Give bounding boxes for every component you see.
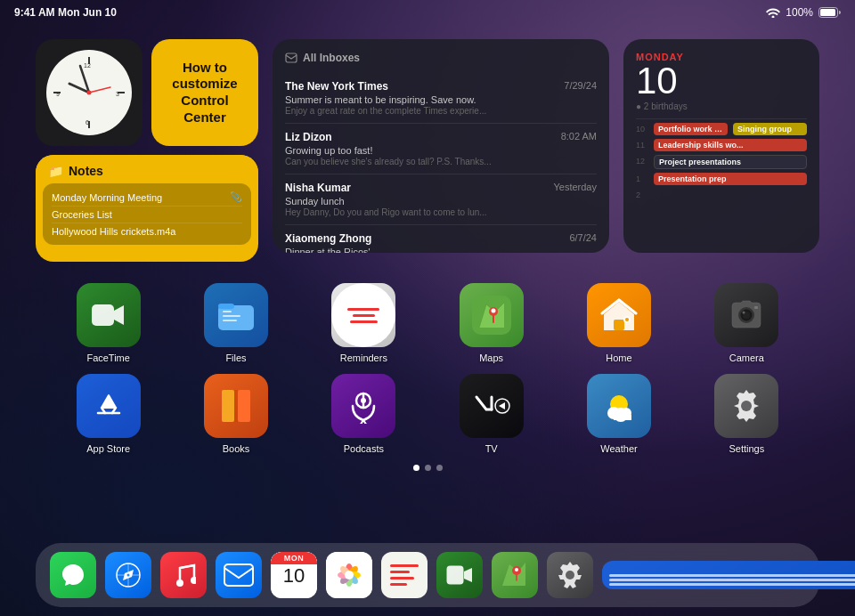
svg-point-58 [191, 577, 196, 584]
files-icon [204, 283, 268, 347]
facetime-label: FaceTime [86, 353, 130, 363]
reminders-icon [331, 283, 395, 347]
dock-music[interactable] [160, 552, 207, 598]
app-home[interactable]: Home [555, 283, 682, 363]
svg-point-15 [87, 91, 92, 95]
app-facetime[interactable]: FaceTime [45, 283, 172, 363]
cal-birthday: ● 2 birthdays [636, 101, 807, 111]
podcasts-label: Podcasts [344, 443, 384, 454]
mail-date-3: Yesterday [553, 182, 597, 194]
svg-text:3: 3 [116, 91, 119, 97]
dock: MON 10 [36, 543, 819, 607]
control-center-widget[interactable]: How to customize Control Center [151, 39, 258, 146]
app-files[interactable]: Files [172, 283, 299, 363]
cal-event-row-1: 1 Presentation prep [636, 173, 807, 185]
tv-icon [460, 374, 524, 438]
svg-rect-19 [218, 304, 234, 309]
mail-item-4[interactable]: Xiaomeng Zhong 6/7/24 Dinner at the Rico… [285, 225, 597, 253]
mail-subject-3: Sunday lunch [285, 196, 597, 207]
svg-point-32 [743, 312, 745, 314]
weather-icon [587, 374, 651, 438]
svg-rect-17 [92, 304, 114, 326]
cal-event-leadership: Leadership skills wo... [654, 139, 807, 151]
wifi-icon [766, 7, 780, 18]
status-bar: 9:41 AM Mon Jun 10 100% [0, 0, 855, 25]
app-books[interactable]: Books [172, 374, 299, 454]
widgets-left-col: 12 3 6 9 [36, 39, 258, 262]
podcasts-icon [331, 374, 395, 438]
app-appstore[interactable]: App Store [45, 374, 172, 454]
mail-item-2[interactable]: Liz Dizon 8:02 AM Growing up too fast! C… [285, 124, 597, 174]
notes-item-3[interactable]: Hollywood Hills crickets.m4a [52, 223, 242, 239]
page-dot-2 [425, 465, 431, 471]
dock-maps[interactable] [492, 552, 538, 598]
svg-rect-33 [754, 306, 758, 309]
dock-cal-header: MON [271, 552, 317, 564]
mail-subject-2: Growing up too fast! [285, 145, 597, 156]
mail-widget[interactable]: All Inboxes The New York Times 7/29/24 S… [273, 39, 609, 253]
calendar-widget[interactable]: MONDAY 10 ● 2 birthdays 10 Portfolio wor… [623, 39, 819, 253]
dock-cal-date: 10 [271, 566, 317, 586]
app-weather[interactable]: Weather [555, 374, 682, 454]
appstore-label: App Store [86, 443, 130, 454]
dock-reminders[interactable] [381, 552, 428, 598]
appstore-icon [77, 374, 141, 438]
dock-summary[interactable]: 10 [602, 561, 855, 589]
books-label: Books [223, 443, 250, 454]
svg-rect-37 [222, 390, 234, 422]
dock-settings[interactable] [547, 552, 593, 598]
notes-attachment-icon: 📎 [230, 191, 242, 203]
cal-event-project: Project presentations [654, 155, 807, 169]
svg-rect-69 [447, 566, 464, 585]
apps-section: FaceTime Files [36, 283, 819, 471]
mail-header-icon [285, 52, 297, 64]
cal-date-num: 10 [636, 62, 807, 100]
app-reminders[interactable]: Reminders [300, 283, 428, 363]
app-tv[interactable]: TV [428, 374, 555, 454]
mail-date-1: 7/29/24 [564, 80, 597, 93]
widgets-top-row: 12 3 6 9 [36, 39, 819, 262]
mail-item-3[interactable]: Nisha Kumar Yesterday Sunday lunch Hey D… [285, 174, 597, 225]
mail-sender-2: Liz Dizon [285, 131, 332, 143]
notes-item-2[interactable]: Groceries List [52, 207, 242, 223]
mail-subject-1: Summer is meant to be inspiring. Save no… [285, 94, 597, 105]
notes-item-3-text: Hollywood Hills crickets.m4a [52, 226, 175, 237]
notes-title: Notes [69, 164, 103, 178]
svg-text:6: 6 [86, 119, 89, 126]
svg-point-71 [515, 568, 518, 571]
clock-widget[interactable]: 12 3 6 9 [36, 39, 142, 146]
dock-messages[interactable] [50, 552, 96, 598]
svg-point-57 [176, 580, 183, 587]
dock-photos[interactable] [326, 552, 372, 598]
dock-calendar[interactable]: MON 10 [271, 552, 317, 598]
svg-rect-22 [223, 320, 237, 321]
mail-header: All Inboxes [285, 52, 597, 64]
svg-point-72 [566, 571, 574, 580]
svg-point-51 [741, 401, 752, 411]
dock-safari[interactable] [105, 552, 151, 598]
files-label: Files [225, 353, 246, 363]
cal-event-row-11: 11 Leadership skills wo... [636, 139, 807, 151]
notes-item-1-text: Monday Morning Meeting [52, 192, 162, 203]
dock-facetime[interactable] [436, 552, 483, 598]
notes-item-1[interactable]: Monday Morning Meeting 📎 [52, 189, 242, 207]
settings-icon [714, 374, 778, 438]
svg-text:9: 9 [56, 91, 60, 97]
cal-event-singing: Singing group [733, 123, 807, 135]
mail-preview-2: Can you believe she's already so tall? P… [285, 157, 597, 166]
cal-event-prep: Presentation prep [654, 173, 807, 185]
app-settings[interactable]: Settings [683, 374, 810, 454]
app-maps[interactable]: Maps [428, 283, 555, 363]
battery-percentage: 100% [786, 6, 813, 19]
dock-summary-lines [606, 574, 855, 586]
mail-item-1[interactable]: The New York Times 7/29/24 Summer is mea… [285, 73, 597, 124]
svg-point-25 [491, 309, 495, 313]
app-camera[interactable]: Camera [683, 283, 810, 363]
clock-face: 12 3 6 9 [46, 50, 132, 135]
svg-rect-21 [223, 315, 240, 317]
svg-rect-20 [223, 311, 232, 312]
svg-rect-39 [234, 390, 238, 422]
app-podcasts[interactable]: Podcasts [300, 374, 428, 454]
dock-mail[interactable] [216, 552, 262, 598]
notes-widget[interactable]: 📁 Notes Monday Morning Meeting 📎 Groceri… [36, 155, 258, 262]
